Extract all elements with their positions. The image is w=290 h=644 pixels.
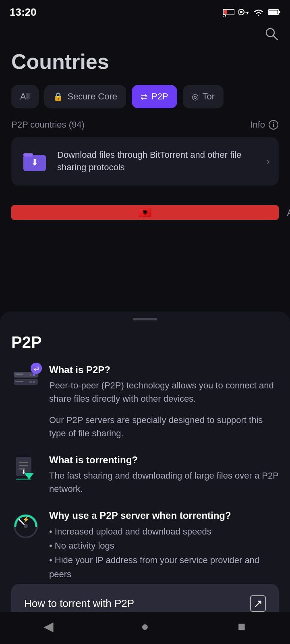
bullet-2: No activity logs	[49, 539, 279, 553]
speed-icon: ⚡	[11, 510, 40, 539]
back-icon: ◀	[44, 619, 54, 634]
bottom-sheet: P2P ⇄ What is P2P? Peer-to-peer (P2P) te…	[0, 312, 290, 644]
why-p2p-item: ⚡ Why use a P2P server when torrenting? …	[11, 510, 279, 581]
why-p2p-title: Why use a P2P server when torrenting?	[49, 510, 279, 521]
vpn-key-icon	[238, 8, 249, 16]
info-button[interactable]: Info i	[250, 120, 279, 130]
search-button[interactable]	[264, 27, 279, 42]
section-count: P2P countries (94)	[11, 120, 85, 130]
bullet-3: Hide your IP address from your service p…	[49, 553, 279, 581]
p2p-item-desc: Peer-to-peer (P2P) technology allows you…	[49, 379, 279, 405]
country-row[interactable]: 🇦🇱 Albania •••	[0, 197, 290, 228]
torrent-svg-icon: ⬇	[14, 456, 38, 483]
cast-icon	[223, 8, 234, 17]
nav-back-button[interactable]: ◀	[32, 614, 64, 638]
home-icon: ●	[141, 619, 149, 634]
tab-tor[interactable]: ◎ Tor	[183, 85, 224, 108]
country-name: Albania	[287, 206, 290, 219]
status-icons	[223, 8, 280, 17]
svg-rect-10	[279, 11, 280, 13]
battery-icon	[268, 9, 280, 15]
svg-point-22	[33, 381, 35, 383]
tab-p2p-label: P2P	[151, 91, 168, 102]
svg-rect-9	[269, 10, 278, 14]
p2p-info-item: ⇄ What is P2P? Peer-to-peer (P2P) techno…	[11, 364, 279, 440]
svg-point-4	[240, 11, 242, 13]
svg-point-21	[29, 374, 32, 376]
p2p-item-desc2: Our P2P servers are specially designed t…	[49, 413, 279, 440]
wifi-icon	[253, 8, 264, 16]
sheet-title: P2P	[11, 333, 279, 351]
info-label: Info	[250, 120, 265, 130]
svg-line-12	[273, 36, 278, 40]
why-p2p-bullets: Increased upload and download speeds No …	[49, 524, 279, 581]
p2p-item-content: What is P2P? Peer-to-peer (P2P) technolo…	[49, 364, 279, 440]
svg-rect-24	[15, 374, 23, 375]
p2p-item-title: What is P2P?	[49, 364, 279, 376]
filter-tabs: All 🔒 Secure Core ⇄ P2P ◎ Tor	[0, 85, 290, 120]
svg-rect-32	[16, 479, 31, 480]
bullet-1: Increased upload and download speeds	[49, 524, 279, 539]
svg-point-2	[223, 16, 224, 17]
info-banner[interactable]: ⬇ Download files through BitTorrent and …	[11, 137, 279, 186]
banner-icon: ⬇	[20, 147, 49, 176]
nav-recent-button[interactable]: ■	[226, 614, 258, 638]
tab-all[interactable]: All	[11, 85, 39, 108]
tab-p2p[interactable]: ⇄ P2P	[132, 85, 177, 108]
svg-text:⬇: ⬇	[21, 469, 26, 475]
albania-flag: 🇦🇱	[11, 205, 279, 220]
tab-tor-label: Tor	[203, 91, 215, 102]
svg-text:i: i	[273, 122, 274, 128]
svg-rect-1	[224, 10, 227, 14]
svg-rect-25	[15, 381, 23, 382]
sheet-handle[interactable]	[133, 318, 157, 320]
nav-home-button[interactable]: ●	[129, 614, 161, 638]
status-bar: 13:20	[0, 0, 290, 23]
svg-point-11	[266, 29, 274, 37]
torrent-icon: ⬇	[11, 454, 40, 483]
banner-chevron: ›	[266, 155, 270, 168]
svg-rect-6	[247, 12, 248, 14]
secure-core-icon: 🔒	[53, 92, 63, 101]
tab-all-label: All	[20, 91, 30, 102]
torrenting-item-desc: The fast sharing and downloading of larg…	[49, 469, 279, 495]
p2p-icon: ⇄	[141, 92, 147, 101]
svg-text:⚡: ⚡	[23, 516, 30, 523]
page-title: Countries	[0, 46, 290, 85]
cta-label: How to torrent with P2P	[24, 597, 134, 610]
svg-rect-7	[246, 12, 246, 13]
svg-point-20	[33, 374, 35, 376]
p2p-badge-icon: ⇄	[31, 363, 42, 374]
p2p-server-icon: ⇄	[11, 364, 40, 393]
svg-point-35	[24, 524, 28, 528]
banner-text: Download files through BitTorrent and ot…	[57, 149, 258, 174]
svg-text:⬇: ⬇	[31, 157, 38, 167]
download-folder-icon: ⬇	[22, 149, 48, 174]
status-time: 13:20	[10, 6, 37, 19]
recent-icon: ■	[238, 619, 245, 634]
search-icon	[264, 27, 279, 41]
speedometer-svg-icon: ⚡	[12, 511, 39, 538]
torrenting-info-item: ⬇ What is torrenting? The fast sharing a…	[11, 454, 279, 495]
external-link-icon: ↗	[250, 595, 266, 612]
tor-icon: ◎	[192, 92, 199, 101]
torrenting-item-content: What is torrenting? The fast sharing and…	[49, 454, 279, 495]
section-header: P2P countries (94) Info i	[0, 120, 290, 137]
svg-point-23	[29, 381, 32, 383]
top-bar	[0, 23, 290, 46]
nav-bar: ◀ ● ■	[0, 612, 290, 644]
info-circle-icon: i	[268, 120, 279, 130]
tab-secure-core-label: Secure Core	[67, 91, 117, 102]
tab-secure-core[interactable]: 🔒 Secure Core	[44, 85, 126, 108]
torrenting-item-title: What is torrenting?	[49, 454, 279, 466]
why-p2p-content: Why use a P2P server when torrenting? In…	[49, 510, 279, 581]
svg-rect-16	[23, 153, 33, 157]
